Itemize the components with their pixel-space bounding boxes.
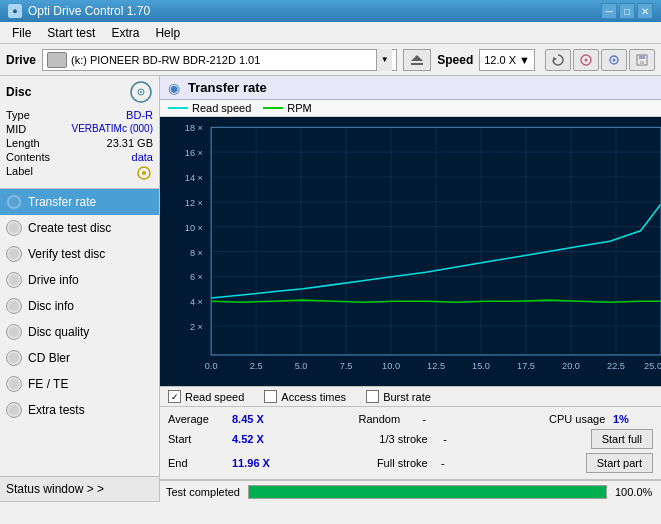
svg-text:12 ×: 12 × — [185, 198, 203, 208]
one-third-stroke-key: 1/3 stroke — [379, 433, 439, 445]
drive-text: (k:) PIONEER BD-RW BDR-212D 1.01 — [71, 54, 372, 66]
speed-selector[interactable]: 12.0 X ▼ — [479, 49, 535, 71]
svg-marker-0 — [411, 55, 423, 61]
nav-drive-info[interactable]: Drive info — [0, 267, 159, 293]
progress-bar-outer — [248, 485, 607, 499]
disc-button[interactable] — [573, 49, 599, 71]
read-speed-checkbox[interactable]: ✓ — [168, 390, 181, 403]
svg-text:2 ×: 2 × — [190, 322, 203, 332]
svg-text:4 ×: 4 × — [190, 297, 203, 307]
svg-text:0.0: 0.0 — [205, 361, 218, 371]
drive-dropdown-arrow[interactable]: ▼ — [376, 49, 392, 71]
svg-text:16 ×: 16 × — [185, 148, 203, 158]
svg-text:15.0: 15.0 — [472, 361, 490, 371]
random-key: Random — [359, 413, 419, 425]
svg-text:10 ×: 10 × — [185, 223, 203, 233]
disc-type-row: Type BD-R — [6, 108, 153, 122]
end-val: 11.96 X — [232, 457, 272, 469]
chart-legend: Read speed RPM — [160, 100, 661, 117]
svg-point-17 — [9, 249, 19, 259]
cpu-usage-key: CPU usage — [549, 413, 609, 425]
svg-rect-8 — [639, 55, 645, 59]
svg-point-14 — [142, 171, 146, 175]
svg-text:2.5: 2.5 — [250, 361, 263, 371]
legend-read-speed-label: Read speed — [192, 102, 251, 114]
nav-fe-te[interactable]: FE / TE — [0, 371, 159, 397]
close-button[interactable]: ✕ — [637, 3, 653, 19]
checkbox-read-speed[interactable]: ✓ Read speed — [168, 390, 244, 403]
nav-cd-bler-label: CD Bler — [28, 351, 70, 365]
menu-bar: File Start test Extra Help — [0, 22, 661, 44]
refresh-button[interactable] — [545, 49, 571, 71]
svg-point-23 — [9, 405, 19, 415]
create-test-disc-icon — [6, 220, 22, 236]
svg-text:8 ×: 8 × — [190, 248, 203, 258]
nav-transfer-rate[interactable]: Transfer rate — [0, 189, 159, 215]
start-key: Start — [168, 433, 228, 445]
nav-verify-test-disc[interactable]: Verify test disc — [0, 241, 159, 267]
nav-extra-tests[interactable]: Extra tests — [0, 397, 159, 423]
svg-point-4 — [585, 58, 588, 61]
one-third-stroke-val: - — [443, 433, 447, 445]
disc-mid-row: MID VERBATIMc (000) — [6, 122, 153, 136]
status-window-button[interactable]: Status window > > — [0, 476, 159, 502]
settings-button[interactable] — [601, 49, 627, 71]
progress-percent: 100.0% — [615, 486, 655, 498]
legend-rpm-label: RPM — [287, 102, 311, 114]
nav-disc-quality[interactable]: Disc quality — [0, 319, 159, 345]
menu-extra[interactable]: Extra — [103, 24, 147, 42]
legend-read-speed-color — [168, 107, 188, 109]
svg-text:18 ×: 18 × — [185, 123, 203, 133]
maximize-button[interactable]: □ — [619, 3, 635, 19]
nav-fe-te-label: FE / TE — [28, 377, 68, 391]
menu-start-test[interactable]: Start test — [39, 24, 103, 42]
svg-text:6 ×: 6 × — [190, 272, 203, 282]
save-button[interactable] — [629, 49, 655, 71]
speed-label: Speed — [437, 53, 473, 67]
svg-point-18 — [9, 275, 19, 285]
title-bar: ● Opti Drive Control 1.70 ─ □ ✕ — [0, 0, 661, 22]
cpu-usage-val: 1% — [613, 413, 653, 425]
access-times-checkbox[interactable] — [264, 390, 277, 403]
checkbox-burst-rate[interactable]: Burst rate — [366, 390, 431, 403]
chart-header: ◉ Transfer rate — [160, 76, 661, 100]
start-part-button[interactable]: Start part — [586, 453, 653, 473]
eject-button[interactable] — [403, 49, 431, 71]
menu-file[interactable]: File — [4, 24, 39, 42]
nav-cd-bler[interactable]: CD Bler — [0, 345, 159, 371]
burst-rate-checkbox[interactable] — [366, 390, 379, 403]
start-full-button[interactable]: Start full — [591, 429, 653, 449]
disc-contents-row: Contents data — [6, 150, 153, 164]
checkbox-access-times[interactable]: Access times — [264, 390, 346, 403]
nav-create-test-disc-label: Create test disc — [28, 221, 111, 235]
random-val: - — [423, 413, 427, 425]
progress-bar-inner — [249, 486, 606, 498]
menu-help[interactable]: Help — [147, 24, 188, 42]
legend-read-speed: Read speed — [168, 102, 251, 114]
speed-value: 12.0 X ▼ — [484, 54, 530, 66]
legend-rpm-color — [263, 107, 283, 109]
nav-create-test-disc[interactable]: Create test disc — [0, 215, 159, 241]
app-icon: ● — [8, 4, 22, 18]
transfer-rate-icon — [6, 194, 22, 210]
svg-text:12.5: 12.5 — [427, 361, 445, 371]
svg-text:5.0: 5.0 — [295, 361, 308, 371]
read-speed-checkbox-label: Read speed — [185, 391, 244, 403]
nav-disc-info[interactable]: Disc info — [0, 293, 159, 319]
disc-section-title: Disc — [6, 85, 31, 99]
status-text: Test completed — [166, 486, 240, 498]
svg-point-19 — [9, 301, 19, 311]
svg-point-20 — [9, 327, 19, 337]
chart-title: Transfer rate — [188, 80, 267, 95]
svg-point-15 — [9, 197, 19, 207]
checkboxes-row: ✓ Read speed Access times Burst rate — [160, 386, 661, 407]
access-times-checkbox-label: Access times — [281, 391, 346, 403]
svg-text:22.5: 22.5 — [607, 361, 625, 371]
start-val: 4.52 X — [232, 433, 272, 445]
svg-text:10.0: 10.0 — [382, 361, 400, 371]
drive-icon — [47, 52, 67, 68]
average-key: Average — [168, 413, 228, 425]
minimize-button[interactable]: ─ — [601, 3, 617, 19]
full-stroke-key: Full stroke — [377, 457, 437, 469]
drive-selector[interactable]: (k:) PIONEER BD-RW BDR-212D 1.01 ▼ — [42, 49, 397, 71]
